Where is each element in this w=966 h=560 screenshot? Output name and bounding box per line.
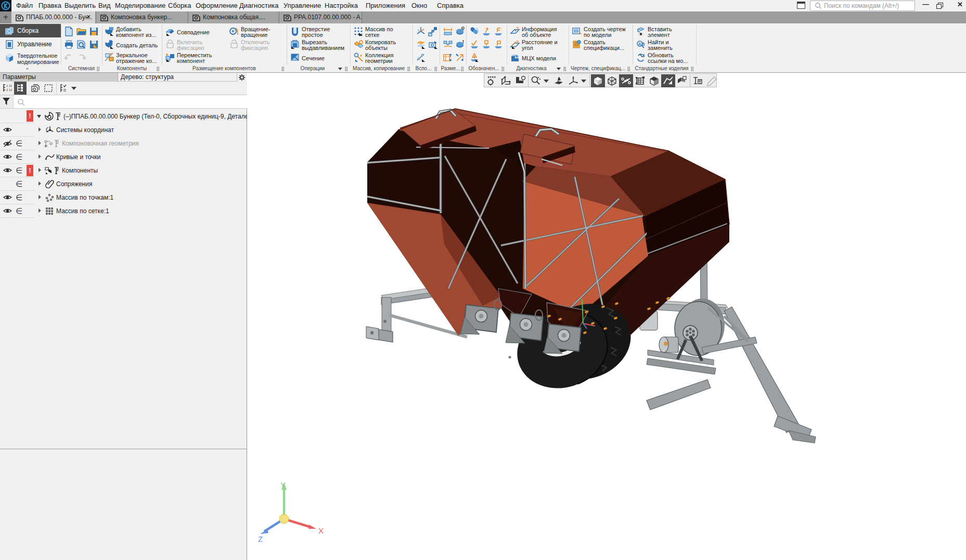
- svg-text:X: X: [318, 526, 324, 535]
- svg-text:1 11: 1 11: [6, 84, 12, 87]
- svg-text:АВ: АВ: [638, 42, 645, 47]
- svg-text:Z: Z: [258, 535, 263, 543]
- svg-text:?: ?: [516, 40, 519, 45]
- svg-text:Y: Y: [280, 480, 286, 489]
- svg-text:2 12: 2 12: [6, 88, 12, 92]
- svg-text:?: ?: [516, 26, 519, 31]
